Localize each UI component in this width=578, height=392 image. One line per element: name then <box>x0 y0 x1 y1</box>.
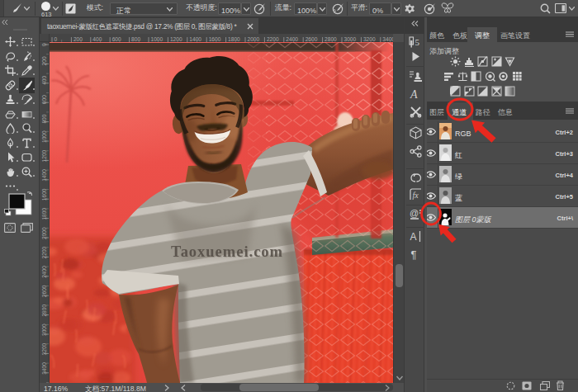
svg-text:3400: 3400 <box>41 362 47 375</box>
svg-text:3400: 3400 <box>382 36 393 42</box>
svg-text:800: 800 <box>131 36 140 42</box>
svg-text:¶: ¶ <box>411 248 417 260</box>
svg-text:1200: 1200 <box>170 36 182 42</box>
svg-text:200: 200 <box>73 36 83 42</box>
svg-text:2400: 2400 <box>286 36 298 42</box>
svg-text:2400: 2400 <box>41 266 47 278</box>
svg-text:2000: 2000 <box>248 36 260 42</box>
svg-text:400: 400 <box>92 36 102 42</box>
svg-text:3000: 3000 <box>41 324 47 336</box>
svg-text:1000: 1000 <box>41 130 47 143</box>
svg-text:@: @ <box>410 208 419 218</box>
svg-text:600: 600 <box>112 36 121 42</box>
svg-text:2600: 2600 <box>41 285 47 297</box>
svg-text:1400: 1400 <box>189 36 201 42</box>
svg-text:2800: 2800 <box>325 36 337 42</box>
svg-text:2600: 2600 <box>306 36 318 42</box>
svg-text:3200: 3200 <box>363 36 376 42</box>
svg-text:1400: 1400 <box>41 169 47 182</box>
svg-text:fx: fx <box>413 191 419 200</box>
svg-text:1800: 1800 <box>228 36 240 42</box>
svg-text:800: 800 <box>41 114 47 123</box>
svg-text:1000: 1000 <box>151 36 163 42</box>
svg-text:A: A <box>410 231 417 243</box>
svg-text:1200: 1200 <box>41 149 47 162</box>
svg-text:Taoxuemei.com: Taoxuemei.com <box>171 243 283 260</box>
svg-text:5: 5 <box>415 37 420 47</box>
svg-text:0: 0 <box>41 43 47 46</box>
svg-text:1600: 1600 <box>41 188 47 201</box>
svg-text:200: 200 <box>41 56 47 65</box>
svg-text:3000: 3000 <box>344 36 357 42</box>
svg-text:2200: 2200 <box>267 36 279 42</box>
svg-text:1800: 1800 <box>41 208 47 220</box>
svg-text:2200: 2200 <box>41 246 47 258</box>
svg-text:0: 0 <box>54 36 58 42</box>
svg-text:600: 600 <box>41 95 47 104</box>
svg-text:2000: 2000 <box>41 227 47 239</box>
svg-text:1600: 1600 <box>209 36 221 42</box>
svg-text:3200: 3200 <box>41 342 47 355</box>
svg-text:2800: 2800 <box>41 305 47 317</box>
svg-text:400: 400 <box>41 75 47 84</box>
